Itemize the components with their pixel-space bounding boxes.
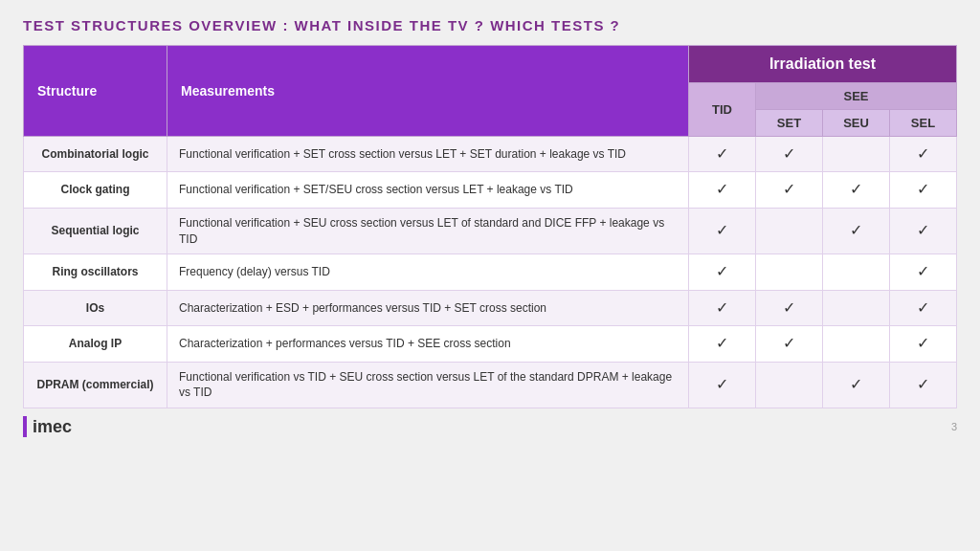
measurements-header: Measurements	[167, 46, 689, 137]
page-number: 3	[951, 421, 957, 432]
set-cell	[756, 254, 823, 290]
table-row: Analog IPCharacterization + performances…	[24, 326, 957, 362]
irradiation-header: Irradiation test	[689, 46, 957, 83]
sel-header: SEL	[890, 110, 957, 137]
measurements-cell: Functional verification + SET cross sect…	[167, 137, 689, 172]
measurements-cell: Functional verification vs TID + SEU cro…	[167, 362, 689, 408]
structure-cell: IOs	[24, 290, 167, 325]
tid-cell: ✓	[689, 172, 756, 208]
footer: imec 3	[23, 416, 957, 437]
seu-header: SEU	[823, 110, 890, 137]
sel-cell: ✓	[890, 172, 957, 208]
measurements-cell: Characterization + performances versus T…	[167, 326, 689, 362]
set-cell	[756, 362, 823, 408]
tid-cell: ✓	[689, 290, 756, 325]
tid-cell: ✓	[689, 362, 756, 408]
seu-cell	[823, 137, 890, 172]
seu-cell	[823, 326, 890, 362]
table-row: Sequential logicFunctional verification …	[24, 208, 957, 254]
measurements-cell: Frequency (delay) versus TID	[167, 254, 689, 290]
structure-header: Structure	[24, 46, 167, 137]
logo: imec	[23, 416, 72, 437]
logo-bar	[23, 416, 27, 437]
sel-cell: ✓	[890, 137, 957, 172]
set-cell: ✓	[756, 172, 823, 208]
seu-cell: ✓	[823, 172, 890, 208]
sel-cell: ✓	[890, 362, 957, 408]
set-cell	[756, 208, 823, 254]
seu-cell: ✓	[823, 362, 890, 408]
structure-cell: Ring oscillators	[24, 254, 167, 290]
structure-cell: Combinatorial logic	[24, 137, 167, 172]
page-title: TEST STRUCTURES OVERVIEW : WHAT INSIDE T…	[23, 17, 957, 33]
measurements-cell: Functional verification + SET/SEU cross …	[167, 172, 689, 208]
set-cell: ✓	[756, 290, 823, 325]
set-cell: ✓	[756, 326, 823, 362]
tid-cell: ✓	[689, 208, 756, 254]
measurements-cell: Functional verification + SEU cross sect…	[167, 208, 689, 254]
main-table: Structure Measurements Irradiation test …	[23, 45, 957, 408]
seu-cell	[823, 254, 890, 290]
tid-cell: ✓	[689, 326, 756, 362]
set-header: SET	[756, 110, 823, 137]
logo-text: imec	[33, 417, 72, 437]
table-row: Ring oscillatorsFrequency (delay) versus…	[24, 254, 957, 290]
tid-cell: ✓	[689, 137, 756, 172]
sel-cell: ✓	[890, 254, 957, 290]
structure-cell: Clock gating	[24, 172, 167, 208]
measurements-cell: Characterization + ESD + performances ve…	[167, 290, 689, 325]
table-row: IOsCharacterization + ESD + performances…	[24, 290, 957, 325]
table-row: DPRAM (commercial)Functional verificatio…	[24, 362, 957, 408]
tid-header: TID	[689, 83, 756, 137]
see-header: SEE	[756, 83, 957, 110]
sel-cell: ✓	[890, 208, 957, 254]
sel-cell: ✓	[890, 326, 957, 362]
seu-cell	[823, 290, 890, 325]
table-row: Clock gatingFunctional verification + SE…	[24, 172, 957, 208]
sel-cell: ✓	[890, 290, 957, 325]
seu-cell: ✓	[823, 208, 890, 254]
structure-cell: Sequential logic	[24, 208, 167, 254]
structure-cell: DPRAM (commercial)	[24, 362, 167, 408]
table-row: Combinatorial logicFunctional verificati…	[24, 137, 957, 172]
set-cell: ✓	[756, 137, 823, 172]
structure-cell: Analog IP	[24, 326, 167, 362]
tid-cell: ✓	[689, 254, 756, 290]
